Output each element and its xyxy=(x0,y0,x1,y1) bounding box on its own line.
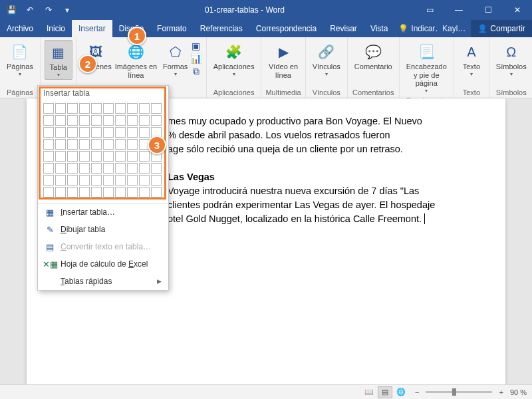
grid-cell[interactable] xyxy=(139,163,150,174)
menu-quick-tables[interactable]: Tablas rápidas ▶ xyxy=(38,273,168,290)
tab-vista[interactable]: Vista xyxy=(364,20,394,37)
grid-cell[interactable] xyxy=(91,175,102,186)
menu-excel-sheet[interactable]: ✕▦ Hoja de cálculo de Excel xyxy=(38,255,168,273)
grid-cell[interactable] xyxy=(127,163,138,174)
grid-cell[interactable] xyxy=(67,139,78,150)
grid-cell[interactable] xyxy=(139,127,150,138)
grid-cell[interactable] xyxy=(103,103,114,114)
grid-cell[interactable] xyxy=(151,115,162,126)
grid-cell[interactable] xyxy=(91,139,102,150)
grid-cell[interactable] xyxy=(43,127,54,138)
redo-icon[interactable]: ↷ xyxy=(41,5,56,15)
grid-cell[interactable] xyxy=(151,187,162,198)
zoom-in-button[interactable]: + xyxy=(499,388,503,396)
grid-cell[interactable] xyxy=(115,163,126,174)
grid-cell[interactable] xyxy=(79,115,90,126)
grid-cell[interactable] xyxy=(103,151,114,162)
grid-cell[interactable] xyxy=(55,187,66,198)
grid-cell[interactable] xyxy=(67,187,78,198)
grid-cell[interactable] xyxy=(103,115,114,126)
grid-cell[interactable] xyxy=(139,151,150,162)
grid-cell[interactable] xyxy=(43,187,54,198)
smartart-icon[interactable]: ▣ xyxy=(190,40,202,52)
web-layout-icon[interactable]: 🌐 xyxy=(394,386,408,398)
grid-cell[interactable] xyxy=(67,103,78,114)
grid-cell[interactable] xyxy=(79,151,90,162)
grid-cell[interactable] xyxy=(151,163,162,174)
texto-button[interactable]: A Texto ▾ xyxy=(458,40,485,78)
formas-button[interactable]: ⬠ Formas ▾ xyxy=(162,40,189,78)
grid-cell[interactable] xyxy=(79,103,90,114)
encabezado-button[interactable]: 📃 Encabezado y pie de página ▾ xyxy=(404,40,450,95)
grid-cell[interactable] xyxy=(127,175,138,186)
grid-cell[interactable] xyxy=(115,175,126,186)
undo-icon[interactable]: ↶ xyxy=(23,5,37,15)
aplicaciones-button[interactable]: 🧩 Aplicaciones ▾ xyxy=(211,40,257,78)
grid-cell[interactable] xyxy=(115,115,126,126)
grid-cell[interactable] xyxy=(127,187,138,198)
tabla-button[interactable]: ▦ Tabla ▾ xyxy=(45,40,72,80)
grid-cell[interactable] xyxy=(43,103,54,114)
grid-cell[interactable] xyxy=(43,151,54,162)
tab-referencias[interactable]: Referencias xyxy=(194,20,249,37)
print-layout-icon[interactable]: ▤ xyxy=(378,386,392,398)
grid-cell[interactable] xyxy=(151,103,162,114)
share-button[interactable]: 👤 Compartir xyxy=(471,20,532,37)
grid-cell[interactable] xyxy=(115,103,126,114)
imagenes-enlinea-button[interactable]: 🌐 Imágenes en línea xyxy=(111,40,160,80)
grid-cell[interactable] xyxy=(115,127,126,138)
screenshot-icon[interactable]: ⧉ xyxy=(190,65,202,77)
video-button[interactable]: ▶ Vídeo en línea xyxy=(265,40,301,80)
grid-cell[interactable] xyxy=(91,151,102,162)
grid-cell[interactable] xyxy=(55,139,66,150)
grid-cell[interactable] xyxy=(103,163,114,174)
grid-cell[interactable] xyxy=(103,139,114,150)
tab-inicio[interactable]: Inicio xyxy=(40,20,72,37)
menu-insert-table[interactable]: ▦ Insertar tabla… xyxy=(38,203,168,221)
grid-cell[interactable] xyxy=(139,115,150,126)
maximize-icon[interactable]: ☐ xyxy=(473,0,503,20)
grid-cell[interactable] xyxy=(67,127,78,138)
grid-cell[interactable] xyxy=(127,127,138,138)
paginas-button[interactable]: 📄 Páginas ▾ xyxy=(4,40,36,78)
grid-cell[interactable] xyxy=(43,139,54,150)
qat-customize-icon[interactable]: ▾ xyxy=(60,5,74,15)
grid-cell[interactable] xyxy=(55,127,66,138)
close-icon[interactable]: ✕ xyxy=(503,0,532,20)
grid-cell[interactable] xyxy=(139,175,150,186)
grid-cell[interactable] xyxy=(79,139,90,150)
grid-cell[interactable] xyxy=(79,163,90,174)
read-mode-icon[interactable]: 📖 xyxy=(362,386,376,398)
grid-cell[interactable] xyxy=(67,151,78,162)
grid-cell[interactable] xyxy=(115,187,126,198)
grid-cell[interactable] xyxy=(55,151,66,162)
grid-cell[interactable] xyxy=(55,115,66,126)
grid-cell[interactable] xyxy=(115,151,126,162)
zoom-slider[interactable] xyxy=(426,391,492,393)
account-name[interactable]: Kayl… xyxy=(437,20,471,37)
tab-archivo[interactable]: Archivo xyxy=(0,20,40,37)
minimize-icon[interactable]: — xyxy=(444,0,473,20)
grid-cell[interactable] xyxy=(139,187,150,198)
grid-cell[interactable] xyxy=(139,103,150,114)
tab-correspondencia[interactable]: Correspondencia xyxy=(249,20,323,37)
tell-me-box[interactable]: 💡 Indicar… xyxy=(394,20,437,37)
grid-cell[interactable] xyxy=(79,127,90,138)
grid-cell[interactable] xyxy=(91,115,102,126)
grid-cell[interactable] xyxy=(67,115,78,126)
ribbon-options-icon[interactable]: ▭ xyxy=(415,0,444,20)
grid-cell[interactable] xyxy=(127,151,138,162)
table-size-grid[interactable] xyxy=(38,100,168,203)
tab-formato[interactable]: Formato xyxy=(150,20,194,37)
grid-cell[interactable] xyxy=(79,175,90,186)
save-icon[interactable]: 💾 xyxy=(4,5,19,15)
grid-cell[interactable] xyxy=(55,103,66,114)
menu-draw-table[interactable]: ✎ Dibujar tabla xyxy=(38,221,168,238)
grid-cell[interactable] xyxy=(103,187,114,198)
tab-insertar[interactable]: Insertar xyxy=(72,20,112,37)
grid-cell[interactable] xyxy=(127,115,138,126)
grid-cell[interactable] xyxy=(55,163,66,174)
grid-cell[interactable] xyxy=(103,127,114,138)
zoom-out-button[interactable]: − xyxy=(415,388,419,396)
grid-cell[interactable] xyxy=(43,175,54,186)
